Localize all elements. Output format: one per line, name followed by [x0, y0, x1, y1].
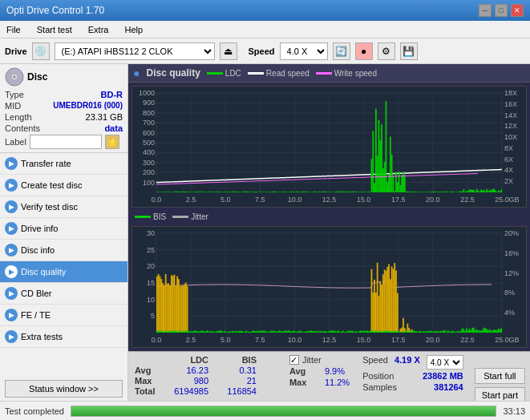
sidebar-item-verify-test-disc[interactable]: ▶ Verify test disc	[0, 196, 127, 218]
sidebar-item-fe-te[interactable]: ▶ FE / TE	[0, 305, 127, 326]
jitter-max-row: Max 11.2%	[289, 378, 350, 387]
total-label: Total	[135, 386, 167, 396]
drive-label: Drive	[5, 46, 27, 56]
menu-file[interactable]: File	[3, 23, 24, 36]
legend-bis: BIS	[135, 212, 166, 221]
start-part-button[interactable]: Start part	[475, 387, 525, 401]
charts-area: BIS Jitter	[128, 83, 530, 351]
samples-key: Samples	[362, 382, 397, 392]
disc-info-icon: ▶	[5, 244, 18, 256]
sidebar-item-cd-bler[interactable]: ▶ CD Bler	[0, 283, 127, 305]
jitter-checkbox[interactable]: ✓	[289, 355, 299, 365]
disc-label-label: Label	[5, 137, 26, 147]
refresh-button[interactable]: 🔄	[333, 42, 350, 60]
extra-tests-label: Extra tests	[21, 332, 63, 341]
disc-type-value: BD-R	[101, 90, 123, 99]
speed-val: 4.19 X	[394, 355, 420, 370]
stats-table: LDC BIS Avg 16.23 0.31 Max 980 21 Total …	[128, 352, 283, 401]
speed-section: Speed 4.19 X 4.0 X Position 23862 MB Sam…	[356, 352, 470, 401]
bis-chart-container	[131, 226, 527, 348]
avg-bis: 0.31	[215, 365, 263, 375]
samples-val: 381264	[434, 382, 463, 392]
titlebar: Opti Drive Control 1.70 ─ □ ✕	[0, 0, 530, 21]
stats-total-row: Total 6194985 116854	[135, 386, 277, 396]
svg-point-2	[14, 76, 16, 79]
sidebar-item-disc-quality[interactable]: ▶ Disc quality	[0, 261, 127, 283]
app-title: Opti Drive Control 1.70	[6, 5, 104, 16]
speed-select[interactable]: 4.0 X 1.0 X 2.0 X 8.0 X	[280, 42, 328, 60]
disc-label-btn[interactable]: ⭐	[105, 135, 119, 149]
jitter-avg-label: Avg	[289, 366, 322, 376]
disc-contents-row: Contents data	[5, 123, 123, 133]
sidebar-item-disc-info[interactable]: ▶ Disc info	[0, 240, 127, 261]
drive-info-label: Drive info	[21, 224, 58, 233]
disc-quality-icon: ▶	[5, 265, 18, 278]
chart-title: Disc quality	[146, 67, 200, 79]
stats-bar: LDC BIS Avg 16.23 0.31 Max 980 21 Total …	[128, 351, 530, 401]
create-test-disc-label: Create test disc	[21, 180, 82, 190]
stats-header-row: LDC BIS	[135, 355, 277, 365]
status-window-button[interactable]: Status window >>	[5, 380, 123, 398]
disc-length-row: Length 23.31 GB	[5, 112, 123, 122]
buttons-section: Start full Start part	[470, 352, 530, 401]
left-panel: Disc Type BD-R MID UMEBDR016 (000) Lengt…	[0, 64, 128, 401]
minimize-button[interactable]: ─	[479, 4, 492, 17]
stats-max-row: Max 980 21	[135, 376, 277, 386]
disc-label-row: Label ⭐	[5, 135, 123, 149]
ldc-column-header: LDC	[167, 355, 215, 365]
disc-title: Disc	[27, 71, 47, 83]
ldc-canvas	[132, 87, 526, 207]
status-time: 33:13	[503, 406, 525, 416]
jitter-avg-value: 9.9%	[325, 366, 345, 376]
bis-column-header: BIS	[215, 355, 263, 365]
speed-label: Speed	[249, 46, 275, 56]
fe-te-icon: ▶	[5, 309, 18, 321]
start-full-button[interactable]: Start full	[475, 368, 525, 384]
sidebar-item-drive-info[interactable]: ▶ Drive info	[0, 218, 127, 240]
stats-avg-row: Avg 16.23 0.31	[135, 365, 277, 375]
jitter-label: Jitter	[302, 355, 322, 365]
progress-bar	[71, 406, 496, 417]
sidebar-item-create-test-disc[interactable]: ▶ Create test disc	[0, 175, 127, 196]
disc-section: Disc Type BD-R MID UMEBDR016 (000) Lengt…	[0, 64, 127, 153]
total-bis: 116854	[215, 386, 263, 396]
bis-legend-row: BIS Jitter	[131, 211, 527, 223]
maximize-button[interactable]: □	[495, 4, 508, 17]
legend-ldc: LDC	[207, 69, 241, 78]
menu-start-test[interactable]: Start test	[34, 23, 75, 36]
max-ldc: 980	[167, 376, 215, 386]
sidebar-item-transfer-rate[interactable]: ▶ Transfer rate	[0, 153, 127, 175]
bis-canvas	[132, 227, 526, 347]
disc-type-row: Type BD-R	[5, 90, 123, 99]
sidebar-item-extra-tests[interactable]: ▶ Extra tests	[0, 326, 127, 348]
disc-mid-label: MID	[5, 101, 21, 111]
eject-button[interactable]: ⏏	[220, 42, 237, 60]
avg-ldc: 16.23	[167, 365, 215, 375]
settings-button[interactable]: ⚙	[378, 42, 395, 60]
drive-select[interactable]: (E:) ATAPI iHBS112 2 CLOK	[55, 42, 215, 60]
drive-icon-button[interactable]: 💿	[32, 42, 50, 60]
menu-help[interactable]: Help	[121, 23, 146, 36]
disc-mid-row: MID UMEBDR016 (000)	[5, 101, 123, 111]
drivebar: Drive 💿 (E:) ATAPI iHBS112 2 CLOK ⏏ Spee…	[0, 38, 530, 64]
burn-button[interactable]: ●	[355, 42, 373, 60]
jitter-section: ✓ Jitter Avg 9.9% Max 11.2%	[283, 352, 356, 401]
disc-contents-value: data	[104, 123, 123, 133]
disc-type-label: Type	[5, 90, 24, 99]
legend-write-speed: Write speed	[316, 69, 377, 78]
close-button[interactable]: ✕	[511, 4, 524, 17]
save-button[interactable]: 💾	[400, 42, 418, 60]
max-label: Max	[135, 376, 167, 386]
main-layout: Disc Type BD-R MID UMEBDR016 (000) Lengt…	[0, 64, 530, 401]
window-controls: ─ □ ✕	[479, 4, 524, 17]
disc-label-input[interactable]	[30, 135, 102, 149]
menu-extra[interactable]: Extra	[85, 23, 112, 36]
position-val: 23862 MB	[423, 371, 463, 381]
samples-row: Samples 381264	[362, 382, 463, 392]
progress-bar-fill	[71, 406, 496, 416]
disc-info-label: Disc info	[21, 245, 55, 255]
speed-dropdown[interactable]: 4.0 X	[427, 355, 463, 370]
fe-te-label: FE / TE	[21, 310, 51, 320]
legend-read-speed: Read speed	[248, 69, 310, 78]
disc-contents-label: Contents	[5, 123, 40, 133]
